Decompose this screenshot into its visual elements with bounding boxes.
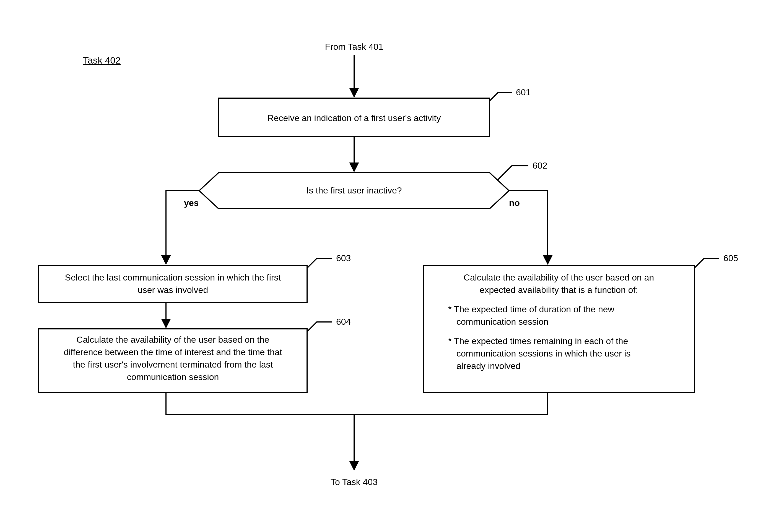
- task-title: Task 402: [83, 55, 121, 65]
- node-603: [39, 265, 307, 303]
- leader-604: [307, 322, 332, 332]
- num-601: 601: [516, 87, 530, 97]
- node-603-l2: user was involved: [138, 285, 208, 295]
- num-603: 603: [336, 253, 351, 263]
- node-605-b1b: communication session: [456, 317, 548, 327]
- node-603-l1: Select the last communication session in…: [65, 272, 281, 282]
- to-label: To Task 403: [331, 477, 378, 487]
- from-label: From Task 401: [325, 42, 383, 52]
- node-605-b2: * The expected times remaining in each o…: [448, 336, 628, 346]
- node-605-l2: expected availability that is a function…: [480, 285, 638, 295]
- node-605-b2b: communication sessions in which the user…: [456, 348, 631, 358]
- node-601-text: Receive an indication of a first user's …: [268, 113, 441, 123]
- num-602: 602: [532, 161, 547, 171]
- edge-604-merge: [166, 392, 354, 415]
- branch-no-label: no: [509, 198, 520, 208]
- node-605-l1: Calculate the availability of the user b…: [464, 272, 654, 282]
- leader-603: [307, 258, 332, 268]
- node-605-b2c: already involved: [456, 361, 520, 371]
- node-605: [423, 265, 694, 392]
- flowchart-canvas: Task 402 From Task 401 Receive an indica…: [0, 0, 766, 532]
- node-605-b1: * The expected time of duration of the n…: [448, 304, 615, 314]
- node-602-text: Is the first user inactive?: [306, 185, 402, 195]
- branch-yes-label: yes: [184, 198, 199, 208]
- node-604-l1: Calculate the availability of the user b…: [76, 335, 269, 345]
- node-604-l2: difference between the time of interest …: [64, 347, 282, 357]
- num-604: 604: [336, 317, 351, 327]
- leader-601: [490, 93, 512, 101]
- leader-602: [498, 166, 528, 180]
- num-605: 605: [723, 253, 738, 263]
- node-604-l3: the first user's involvement terminated …: [73, 360, 273, 369]
- node-604-l4: communication session: [127, 372, 219, 382]
- leader-605: [694, 258, 719, 268]
- edge-605-merge: [354, 392, 548, 415]
